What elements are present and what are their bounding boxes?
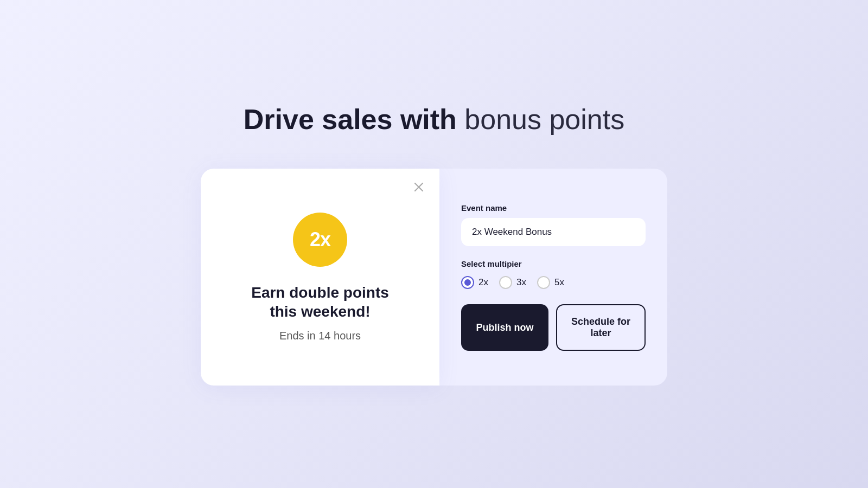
radio-group: 2x 3x 5x (461, 276, 646, 289)
button-row: Publish now Schedule for later (461, 304, 646, 351)
radio-option-3x[interactable]: 3x (499, 276, 526, 289)
card-headline: Earn double pointsthis weekend! (251, 283, 389, 321)
radio-label-3x: 3x (516, 277, 526, 288)
radio-option-2x[interactable]: 2x (461, 276, 488, 289)
publish-now-button[interactable]: Publish now (461, 304, 548, 351)
radio-2x[interactable] (461, 276, 474, 289)
radio-label-2x: 2x (478, 277, 488, 288)
multiplier-badge: 2x (293, 213, 347, 267)
radio-5x[interactable] (537, 276, 550, 289)
page-title-bold: Drive sales with (244, 104, 457, 135)
close-icon[interactable] (411, 179, 426, 195)
main-container: 2x Earn double pointsthis weekend! Ends … (201, 169, 667, 386)
radio-3x[interactable] (499, 276, 512, 289)
schedule-later-button[interactable]: Schedule for later (556, 304, 646, 351)
preview-card: 2x Earn double pointsthis weekend! Ends … (201, 169, 439, 386)
event-name-input[interactable] (461, 218, 646, 246)
event-name-label: Event name (461, 203, 646, 213)
page-title: Drive sales with bonus points (244, 102, 624, 136)
multiplier-value: 2x (310, 228, 330, 251)
radio-label-5x: 5x (554, 277, 564, 288)
multiplier-label: Select multipier (461, 259, 646, 268)
radio-option-5x[interactable]: 5x (537, 276, 564, 289)
multiplier-section: Select multipier 2x 3x 5x (461, 259, 646, 289)
page-title-light: bonus points (464, 104, 624, 135)
right-panel: Event name Select multipier 2x 3x 5x (439, 169, 667, 386)
card-subtext: Ends in 14 hours (279, 330, 361, 342)
event-name-group: Event name (461, 203, 646, 246)
